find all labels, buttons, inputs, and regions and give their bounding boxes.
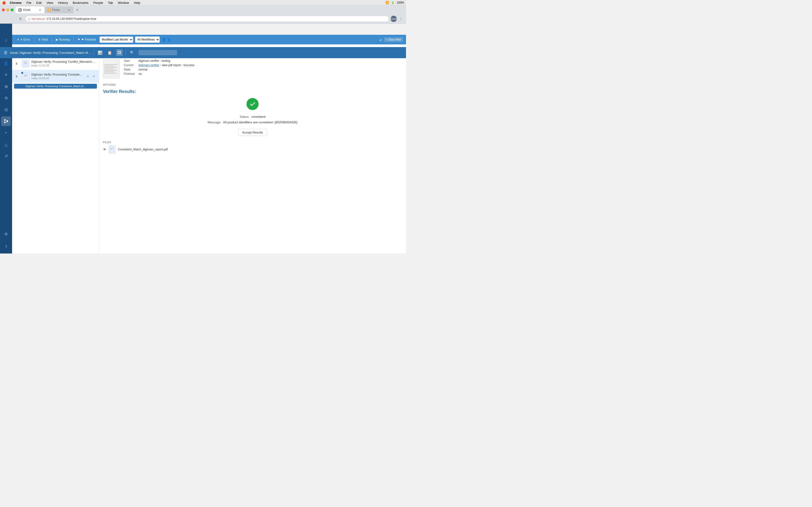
sidebar-item-triangle[interactable]: △ [1, 139, 11, 149]
url-text: 172.16.94.130:9090/?hub&topbar=true [46, 17, 387, 20]
verifier-results-title: Verifier Results: [103, 89, 402, 94]
not-secure-label: Not Secure [32, 17, 45, 20]
thumb-line-1 [104, 64, 117, 65]
extensions-button[interactable]: ⋮ [398, 16, 404, 22]
edit-menu[interactable]: Edit [35, 1, 43, 5]
filter-right: ⊿ + Save filter [379, 37, 403, 42]
save-filter-btn[interactable]: + Save filter [384, 37, 403, 42]
job2-file-icon [22, 60, 30, 67]
checkmark-svg [249, 101, 256, 107]
header-search-input[interactable] [139, 50, 177, 55]
people-menu[interactable]: People [92, 1, 104, 5]
message-row: Message: All product identifiers are con… [103, 120, 402, 124]
hold-pause-icon: ⏸ [38, 38, 41, 41]
job3-close-btn[interactable]: ✕ [85, 74, 90, 79]
bookmarks-menu[interactable]: Bookmarks [72, 1, 89, 5]
job3-refresh-btn[interactable]: ↺ [91, 74, 96, 79]
security-icon: ⚠ [28, 17, 30, 20]
back-button[interactable]: ← [2, 16, 8, 22]
maximize-button[interactable] [11, 8, 13, 11]
kiosk-tab-icon: 🔲 [18, 8, 22, 12]
doc-icon-2 [23, 73, 28, 79]
workflow-icon [4, 119, 8, 123]
user-label: Guest [391, 18, 397, 20]
user-avatar[interactable]: Guest [391, 16, 397, 22]
minimize-button[interactable] [6, 8, 9, 11]
group-filter-icon[interactable]: 👥 [168, 38, 172, 42]
finished-label: Finished [124, 72, 135, 75]
file-row: 👁 Consistent_Match_digimarc_report.pdf [103, 146, 402, 153]
sidebar-item-user[interactable]: 👤 [1, 58, 11, 68]
accept-results-button[interactable]: Accept Results [238, 129, 267, 136]
current-label: Current [124, 63, 135, 67]
sidebar-item-layers[interactable]: ⧉ [1, 93, 11, 103]
tab-menu[interactable]: Tab [107, 1, 114, 5]
thumb-line-3 [104, 67, 117, 68]
running-filter-btn[interactable]: ▶ Running [54, 37, 72, 42]
image-icon[interactable]: 🖼 [116, 49, 123, 56]
window-menu[interactable]: Window [117, 1, 130, 5]
tab-kiosk[interactable]: 🔲 Kiosk ✕ [15, 6, 45, 13]
svg-rect-5 [23, 61, 28, 66]
workflow-filter-select[interactable]: All Workflows Workflow 1 Workflow 2 [135, 37, 160, 43]
status-label: Status: [240, 115, 249, 119]
close-button[interactable] [2, 8, 5, 11]
history-menu[interactable]: History [57, 1, 69, 5]
user-filter-icon[interactable]: 👤 [162, 38, 166, 42]
filter-divider-3 [73, 37, 74, 42]
svg-rect-2 [6, 120, 8, 122]
job3-time: today 10:59:26 [32, 77, 83, 80]
view-menu[interactable]: View [45, 1, 54, 5]
job3-info: Digimarc Verify: Processing 'Consistent_… [32, 73, 83, 80]
job2-pause-btn[interactable]: ⏸ [15, 62, 20, 65]
job-row-selected[interactable]: ⏸ Digimarc Verify: Processing 'Consisten… [12, 70, 99, 83]
job3-pause-btn[interactable]: ⏸ [15, 74, 20, 78]
apple-menu[interactable]: 🍎 [2, 1, 6, 5]
tab-flows[interactable]: 🔀 Flows ✕ [45, 6, 73, 13]
search-icon[interactable]: 🔍 [129, 49, 136, 56]
sidebar-item-add[interactable]: + [1, 128, 11, 137]
file-eye-icon[interactable]: 👁 [103, 148, 106, 151]
start-label: Start [124, 59, 135, 62]
kiosk-tab-close[interactable]: ✕ [38, 8, 42, 12]
app-header: ☰ Kiosk: Digimarc Verify: Processing 'Co… [0, 47, 406, 58]
tab-row: 🔲 Kiosk ✕ 🔀 Flows ✕ + [0, 6, 406, 14]
job3-dot [21, 72, 23, 74]
reload-button[interactable]: ↻ [17, 16, 24, 22]
files-label: FILES [103, 141, 402, 144]
sidebar-item-refresh[interactable]: ↺ [1, 151, 11, 161]
new-tab-button[interactable]: + [74, 6, 81, 13]
svg-rect-0 [4, 119, 6, 121]
filter-funnel-icon[interactable]: ⊿ [379, 38, 382, 42]
sidebar-item-grid[interactable]: ⊞ [1, 81, 11, 91]
thumb-line-2 [104, 66, 114, 66]
sidebar-item-list[interactable]: ≡ [1, 70, 11, 80]
file-menu[interactable]: File [26, 1, 33, 5]
message-label: Message: [208, 120, 221, 124]
address-bar[interactable]: ⚠ Not Secure 172.16.94.130:9090/?hub&top… [25, 16, 389, 22]
chart-icon[interactable]: 📊 [97, 49, 103, 56]
sidebar-item-help[interactable]: ? [1, 242, 11, 252]
thumb-line-4 [104, 68, 114, 69]
sidebar-item-settings[interactable]: ⚙ [1, 229, 11, 239]
sidebar-item-home[interactable]: ⌂ [1, 35, 11, 45]
job2-info: Digimarc Verify: Processing 'Conflict_Mi… [32, 60, 96, 67]
forward-button[interactable]: → [10, 16, 16, 22]
job-row[interactable]: ⏸ Digimarc Verify: Processing 'Conflict_… [12, 57, 99, 70]
sidebar-item-dashboard[interactable]: ⊟ [1, 105, 11, 114]
finished-filter-btn[interactable]: ⚑ ⚑ Finished [75, 37, 98, 42]
filter-bar: ✕ ✕ Error ⏸ Hold ▶ Running ⚑ ⚑ Finished … [12, 35, 406, 44]
pdf-file-svg [110, 147, 114, 152]
hamburger-menu[interactable]: ☰ [4, 50, 7, 55]
current-link[interactable]: digimarc-verifier [139, 63, 159, 67]
file-doc-icon [109, 146, 115, 153]
doc-icon[interactable]: 📋 [106, 49, 113, 56]
error-filter-btn[interactable]: ✕ ✕ Error [15, 37, 32, 42]
svg-rect-1 [4, 122, 6, 123]
hold-filter-btn[interactable]: ⏸ Hold [36, 37, 50, 42]
chrome-menu[interactable]: Chrome [9, 1, 22, 5]
sidebar-item-workflow[interactable] [1, 116, 11, 126]
date-filter-select[interactable]: Modified Last Month Modified Last Week A… [100, 37, 133, 43]
help-menu[interactable]: Help [133, 1, 141, 5]
flows-tab-close[interactable]: ✕ [67, 8, 70, 12]
